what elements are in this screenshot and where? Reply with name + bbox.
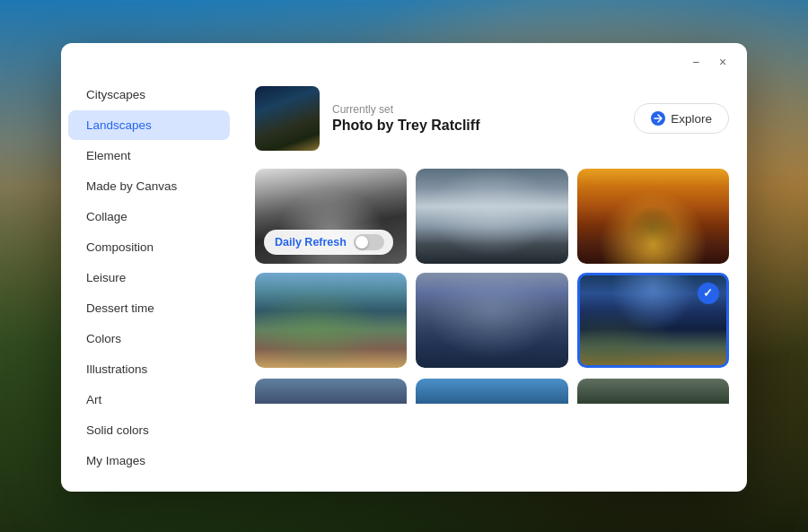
sidebar-item-element[interactable]: Element <box>68 141 230 170</box>
sidebar-item-cityscapes[interactable]: Cityscapes <box>68 80 230 109</box>
photo-grid: Daily Refresh ✓ <box>255 169 729 368</box>
currently-set-label: Currently set <box>332 103 479 116</box>
daily-refresh-row: Daily Refresh <box>264 230 393 255</box>
sidebar-item-solid-colors[interactable]: Solid colors <box>68 415 230 445</box>
explore-label: Explore <box>671 112 712 126</box>
close-button[interactable]: × <box>713 52 733 72</box>
photo-cell[interactable] <box>416 273 567 368</box>
photo-cell[interactable] <box>577 169 729 264</box>
photo-cell[interactable]: Daily Refresh <box>255 169 407 264</box>
sidebar: Cityscapes Landscapes Element Made by Ca… <box>61 72 237 492</box>
photo-cell-selected[interactable]: ✓ <box>577 273 729 368</box>
daily-refresh-label: Daily Refresh <box>275 236 347 249</box>
current-photo-info: Currently set Photo by Trey Ratcliff <box>332 103 479 134</box>
thumbnail-image <box>255 86 320 151</box>
minimize-button[interactable]: − <box>686 52 706 72</box>
daily-refresh-toggle[interactable] <box>354 234 384 250</box>
current-photo: Currently set Photo by Trey Ratcliff <box>255 86 479 151</box>
sidebar-item-dessert-time[interactable]: Dessert time <box>68 293 230 323</box>
sidebar-item-landscapes[interactable]: Landscapes <box>68 110 230 140</box>
sidebar-item-collage[interactable]: Collage <box>68 202 230 231</box>
sidebar-item-colors[interactable]: Colors <box>68 324 230 353</box>
photo-cell-partial[interactable] <box>416 379 567 404</box>
photo-cell-partial[interactable] <box>255 379 407 404</box>
sidebar-item-illustrations[interactable]: Illustrations <box>68 354 230 384</box>
currently-set-row: Currently set Photo by Trey Ratcliff Exp… <box>255 86 729 154</box>
sidebar-item-my-images[interactable]: My Images <box>68 446 230 475</box>
selected-checkmark: ✓ <box>698 283 719 304</box>
current-thumbnail <box>255 86 320 151</box>
photo-cell[interactable] <box>255 273 407 368</box>
sidebar-item-leisure[interactable]: Leisure <box>68 263 230 292</box>
photo-title: Photo by Trey Ratcliff <box>332 118 479 134</box>
photo-cell[interactable] <box>416 169 567 264</box>
sidebar-item-composition[interactable]: Composition <box>68 232 230 262</box>
main-content: Currently set Photo by Trey Ratcliff Exp… <box>237 72 747 492</box>
sidebar-item-made-by-canvas[interactable]: Made by Canvas <box>68 171 230 201</box>
wallpaper-picker-dialog: − × Cityscapes Landscapes Element Made b… <box>61 43 747 492</box>
sidebar-item-art[interactable]: Art <box>68 385 230 414</box>
explore-button[interactable]: Explore <box>634 103 729 134</box>
dialog-body: Cityscapes Landscapes Element Made by Ca… <box>61 72 747 492</box>
title-bar: − × <box>61 43 747 72</box>
explore-icon <box>651 111 665 126</box>
photo-grid-partial <box>255 379 729 404</box>
photo-cell-partial[interactable] <box>577 379 729 404</box>
